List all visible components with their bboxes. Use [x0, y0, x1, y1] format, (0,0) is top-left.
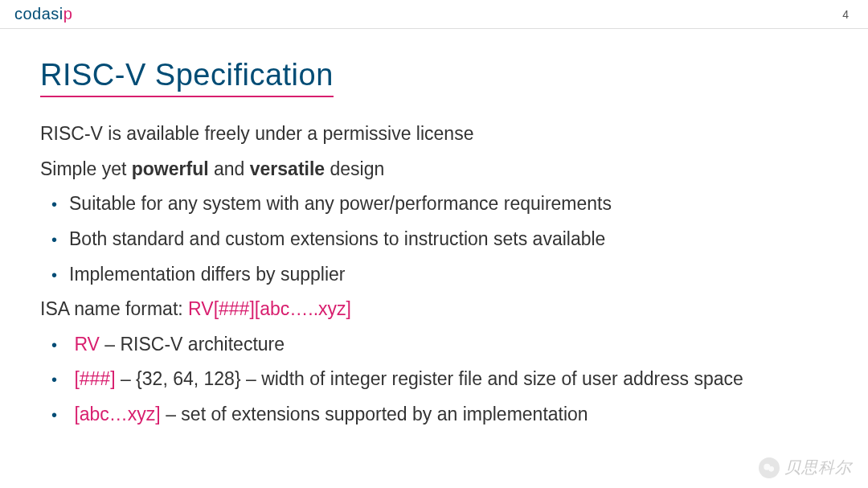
- slide-body: RISC-V is available freely under a permi…: [40, 120, 828, 429]
- text-fragment: – set of extensions supported by an impl…: [161, 404, 588, 424]
- list-item: Both standard and custom extensions to i…: [51, 225, 828, 254]
- intro-line-2: Simple yet powerful and versatile design: [40, 155, 828, 184]
- list-item: Suitable for any system with any power/p…: [51, 190, 828, 219]
- text-accent: RV[###][abc…..xyz]: [188, 298, 351, 319]
- text-bold: powerful: [132, 158, 209, 179]
- intro-line-1: RISC-V is available freely under a permi…: [40, 120, 828, 149]
- text-fragment: – {32, 64, 128} – width of integer regis…: [116, 368, 743, 389]
- list-item: RV – RISC-V architecture: [51, 330, 828, 359]
- text-fragment: ISA name format:: [40, 298, 188, 319]
- watermark-text: 贝思科尔: [784, 457, 852, 478]
- slide-title: RISC-V Specification: [40, 58, 334, 97]
- logo-text-accent: p: [63, 5, 73, 23]
- text-accent: RV: [74, 334, 100, 355]
- text-fragment: – RISC-V architecture: [100, 334, 285, 355]
- watermark: 贝思科尔: [759, 457, 852, 478]
- list-item: [abc…xyz] – set of extensions supported …: [51, 400, 828, 429]
- bullet-list-2: RV – RISC-V architecture [###] – {32, 64…: [40, 330, 828, 429]
- text-bold: versatile: [250, 158, 325, 179]
- slide-header: codasip 4: [0, 0, 868, 29]
- text-accent: [###]: [74, 368, 115, 389]
- text-fragment: Simple yet: [40, 158, 132, 179]
- svg-point-1: [768, 466, 774, 472]
- page-number: 4: [842, 8, 854, 21]
- logo-text-main: codasi: [14, 5, 63, 23]
- bullet-list-1: Suitable for any system with any power/p…: [40, 190, 828, 289]
- text-fragment: design: [325, 158, 384, 179]
- logo: codasip: [14, 5, 72, 23]
- list-item: [###] – {32, 64, 128} – width of integer…: [51, 365, 828, 394]
- wechat-icon: [759, 457, 780, 478]
- isa-format-line: ISA name format: RV[###][abc…..xyz]: [40, 295, 828, 324]
- slide-content: RISC-V Specification RISC-V is available…: [0, 29, 868, 429]
- text-fragment: and: [209, 158, 250, 179]
- text-accent: [abc…xyz]: [74, 404, 160, 424]
- list-item: Implementation differs by supplier: [51, 260, 828, 289]
